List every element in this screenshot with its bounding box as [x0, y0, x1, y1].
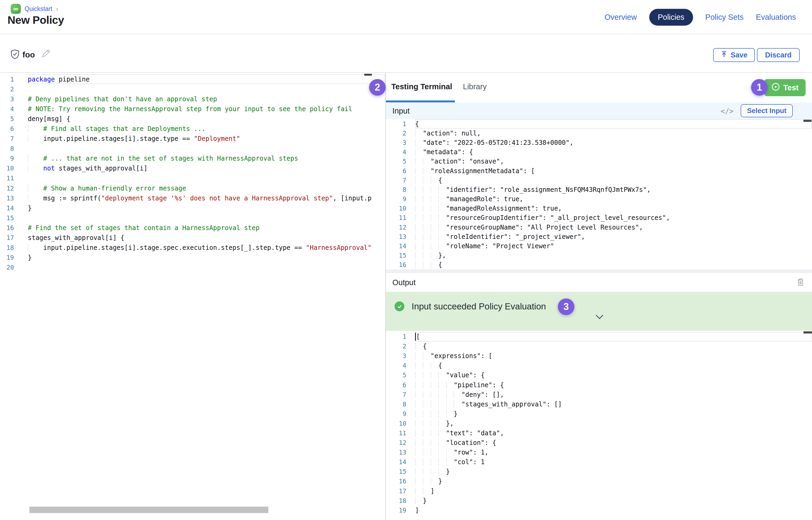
trash-icon[interactable] [796, 277, 805, 288]
line-number: 9 [386, 411, 406, 417]
horizontal-scrollbar[interactable] [29, 506, 268, 513]
code-line: 14 "roleName": "Project Viewer" [386, 241, 812, 251]
line-number: 14 [386, 243, 406, 250]
line-number: 13 [0, 195, 14, 202]
tab-policy-sets[interactable]: Policy Sets [705, 13, 743, 22]
code-line: 11 "resourceGroupIdentifier": "_all_proj… [386, 213, 812, 223]
line-number: 11 [386, 214, 406, 221]
policy-code-editor[interactable]: 1package pipeline23# Deny pipelines that… [0, 73, 385, 520]
discard-label: Discard [765, 51, 791, 59]
code-line: 5 "value": { [386, 370, 812, 380]
line-number: 5 [386, 372, 406, 379]
code-line: 3 "expressions": [ [386, 351, 812, 361]
line-number: 10 [386, 420, 406, 427]
line-number: 4 [386, 362, 406, 369]
output-editor[interactable]: 1[2 {3 "expressions": [4 {5 "value": {6 … [386, 331, 812, 520]
code-line: 15 }, [386, 251, 812, 260]
policy-toolbar: foo Save Discard [0, 35, 812, 72]
tab-testing-terminal[interactable]: Testing Terminal [391, 82, 452, 91]
code-line: 11 "text": "data", [386, 428, 812, 438]
header: ∞ Quickstart › New Policy Overview Polic… [0, 0, 812, 34]
line-number: 13 [386, 449, 406, 456]
code-line: 5deny[msg] { [0, 114, 385, 124]
line-number: 12 [0, 185, 14, 192]
code-line: 8 [0, 144, 385, 154]
discard-button[interactable]: Discard [757, 48, 800, 62]
testing-panel: Testing Terminal Library Test Input </> … [386, 73, 812, 520]
overview-ruler-mark [364, 74, 372, 76]
code-line: 3# Deny pipelines that don't have an app… [0, 94, 385, 104]
code-line: 10 not stages_with_approval[i] [0, 163, 385, 174]
line-number: 9 [386, 196, 406, 203]
code-line: 18 input.pipeline.stages[i].stage.spec.e… [0, 243, 385, 253]
line-number: 5 [386, 158, 406, 165]
code-line: 13 "row": 1, [386, 448, 812, 457]
breadcrumb-link-quickstart[interactable]: Quickstart [25, 5, 52, 12]
line-number: 2 [386, 343, 406, 350]
code-line: 14} [0, 203, 385, 213]
code-line: 8 "stages_with_approval": [] [386, 399, 812, 409]
code-line: 9 } [386, 409, 812, 419]
line-number: 11 [0, 175, 14, 182]
line-number: 8 [0, 145, 14, 152]
code-line: 3 "date": "2022-05-05T20:41:23.538+0000"… [386, 138, 812, 147]
code-line: 8 "identifier": "role_assignment_NsFQM43… [386, 185, 812, 194]
edit-pencil-icon[interactable] [41, 48, 51, 60]
code-line: 2 [0, 84, 385, 94]
line-number: 7 [386, 391, 406, 398]
code-line: 17stages_with_approval[i] { [0, 233, 385, 243]
line-number: 3 [386, 353, 406, 359]
shield-check-icon [10, 49, 20, 61]
code-line: 14 "col": 1 [386, 457, 812, 467]
tab-library[interactable]: Library [463, 82, 487, 91]
line-number: 15 [386, 252, 406, 259]
line-number: 18 [386, 497, 406, 504]
line-number: 6 [386, 167, 406, 175]
check-circle-icon [395, 302, 404, 311]
overview-ruler-mark [804, 120, 811, 122]
output-section-header: Output [386, 273, 812, 292]
code-line: 19} [0, 253, 385, 263]
text-cursor [415, 333, 416, 341]
save-button[interactable]: Save [713, 48, 755, 62]
code-line: 4 "metadata": { [386, 148, 812, 157]
select-input-button[interactable]: Select Input [741, 104, 793, 117]
code-line: 1{ [386, 119, 812, 129]
output-title: Output [392, 278, 415, 287]
page: ∞ Quickstart › New Policy Overview Polic… [0, 0, 812, 520]
line-number: 6 [0, 125, 14, 132]
code-braces-icon[interactable]: </> [720, 107, 734, 115]
evaluation-success-banner: Input succeeded Policy Evaluation [386, 292, 812, 331]
line-number: 6 [386, 382, 406, 389]
policy-name: foo [22, 50, 35, 59]
active-tab-underline [386, 101, 455, 102]
page-title: New Policy [7, 14, 64, 26]
tab-evaluations[interactable]: Evaluations [756, 13, 796, 22]
test-button[interactable]: Test [764, 79, 806, 96]
input-editor[interactable]: 1{2 "action": null,3 "date": "2022-05-05… [386, 119, 812, 269]
breadcrumb: ∞ Quickstart › [11, 4, 58, 14]
line-number: 17 [0, 234, 14, 241]
tab-overview[interactable]: Overview [605, 13, 637, 22]
code-line: 15 } [386, 467, 812, 476]
test-label: Test [783, 83, 798, 92]
code-line: 18 } [386, 496, 812, 505]
line-number: 14 [0, 205, 14, 212]
line-number: 1 [386, 121, 406, 127]
code-line: 4 { [386, 361, 812, 370]
code-line: 16 } [386, 476, 812, 486]
line-number: 20 [0, 264, 14, 271]
annotation-badge-2: 2 [369, 79, 386, 96]
code-line: 12 "location": { [386, 438, 812, 448]
play-circle-icon [771, 82, 780, 93]
code-line: 1package pipeline [0, 74, 385, 84]
code-line: 6 "pipeline": { [386, 380, 812, 390]
tab-policies[interactable]: Policies [649, 9, 693, 26]
chevron-down-icon[interactable] [595, 314, 604, 321]
code-line: 15 [0, 213, 385, 223]
line-number: 4 [386, 149, 406, 156]
line-number: 15 [0, 214, 14, 222]
code-line: 16# Find the set of stages that contain … [0, 223, 385, 233]
harness-logo-icon: ∞ [11, 4, 21, 14]
line-number: 12 [386, 439, 406, 446]
